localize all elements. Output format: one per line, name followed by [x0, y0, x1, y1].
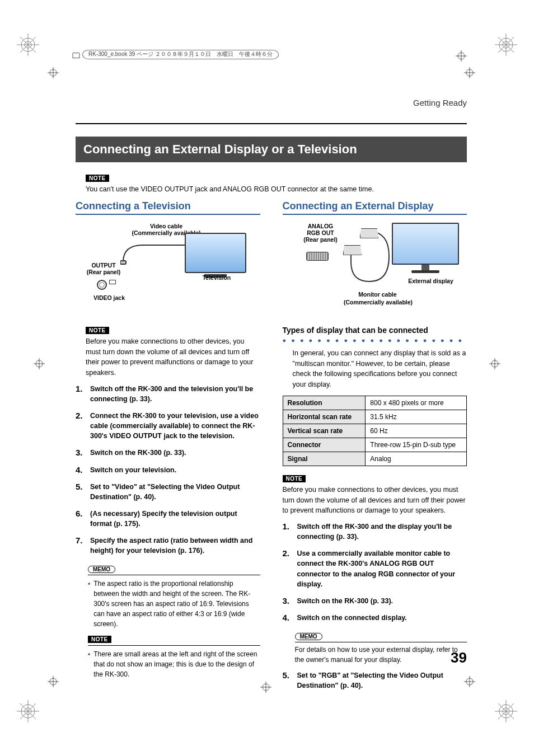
label-rear-panel: (Rear panel) [298, 236, 343, 243]
label-television: Television [194, 274, 239, 281]
step-text: Specify the aspect ratio (ratio between … [90, 536, 260, 556]
spec-label: Vertical scan rate [283, 424, 366, 438]
page-title: Connecting an External Display or a Tele… [76, 137, 467, 162]
dot-rule: ● ● ● ● ● ● ● ● ● ● ● ● ● ● ● ● ● ● ● ● … [283, 337, 467, 344]
step-text: Switch off the RK-300 and the display yo… [297, 522, 467, 542]
print-mark-bl [17, 700, 39, 722]
step-text: Use a commercially available monitor cab… [297, 548, 467, 589]
crosshair-icon [456, 50, 467, 63]
book-meta-text: RK-300_e.book 39 ページ ２００８年９月１０日 水曜日 午後４時… [82, 50, 279, 59]
step-number: 3. [76, 448, 86, 458]
vga-plug-icon [343, 245, 362, 255]
label-video-jack: VIDEO jack [87, 294, 132, 301]
divider [295, 642, 467, 642]
crosshair-icon [489, 358, 500, 371]
heading-types: Types of display that can be connected [283, 326, 467, 335]
label-monitor-cable: Monitor cable [344, 291, 411, 298]
crosshair-icon [48, 67, 59, 80]
diagram-ext: ANALOG RGB OUT (Rear panel) [283, 223, 467, 318]
table-row: SignalAnalog [283, 452, 467, 466]
step-text: Set to "RGB" at "Selecting the Video Out… [297, 670, 467, 691]
label-rear-panel: (Rear panel) [81, 269, 126, 275]
step-text: Switch on the connected display. [297, 613, 407, 623]
step-number: 2. [76, 411, 86, 441]
page-number: 39 [451, 649, 467, 666]
vga-port-icon [306, 252, 329, 261]
spec-value: 31.5 kHz [366, 410, 467, 424]
note-badge: NOTE [283, 475, 306, 482]
heading-tv: Connecting a Television [76, 200, 260, 215]
spec-value: Three-row 15-pin D-sub type [366, 438, 467, 452]
spec-label: Horizontal scan rate [283, 410, 366, 424]
book-meta-header: RK-300_e.book 39 ページ ２００８年９月１０日 水曜日 午後４時… [70, 49, 282, 62]
crosshair-icon [48, 676, 59, 689]
step-text: Switch on your television. [90, 465, 176, 475]
note-text: Before you make connections to other dev… [283, 485, 467, 516]
label-external-display: External display [400, 278, 462, 284]
top-note: You can't use the VIDEO OUTPUT jack and … [86, 184, 467, 195]
step-text: Switch on the RK-300 (p. 33). [90, 448, 186, 458]
divider [88, 575, 260, 575]
memo-badge: MEMO [88, 566, 115, 573]
label-video-cable: Video cable [127, 223, 205, 229]
crosshair-icon [34, 358, 45, 371]
diagram-tv: Video cable (Commercially available) OUT… [76, 223, 260, 318]
step-text: (As necessary) Specify the television ou… [90, 509, 260, 529]
step-number: 5. [283, 670, 293, 691]
rca-jack-icon [97, 280, 107, 290]
step-number: 7. [76, 536, 86, 556]
monitor-icon [392, 223, 459, 265]
step-number: 5. [76, 482, 86, 502]
table-row: ConnectorThree-row 15-pin D-sub type [283, 438, 467, 452]
divider [88, 645, 260, 646]
steps-ext-5: 5.Set to "RGB" at "Selecting the Video O… [283, 670, 467, 691]
memo-badge: MEMO [295, 633, 322, 640]
note-badge: NOTE [86, 175, 109, 182]
vga-plug-icon [360, 228, 379, 238]
step-text: Switch on the RK-300 (p. 33). [297, 596, 394, 606]
running-head: Getting Ready [76, 98, 467, 110]
label-output: OUTPUT [81, 262, 126, 269]
step-number: 6. [76, 509, 86, 529]
types-intro: In general, you can connect any display … [293, 348, 467, 390]
spec-table: Resolution800 x 480 pixels or more Horiz… [283, 396, 467, 466]
step-number: 2. [283, 548, 293, 589]
heading-ext: Connecting an External Display [283, 200, 467, 215]
tv-icon [185, 233, 246, 273]
step-number: 1. [76, 384, 86, 404]
monitor-stand-icon [421, 265, 429, 270]
step-text: Set to "Video" at "Selecting the Video O… [90, 482, 260, 502]
spec-value: 60 Hz [366, 424, 467, 438]
table-row: Resolution800 x 480 pixels or more [283, 396, 467, 410]
label-analog: ANALOG [298, 223, 343, 229]
book-icon [72, 51, 80, 59]
step-text: Connect the RK-300 to your television, u… [90, 411, 260, 441]
monitor-base-icon [411, 270, 439, 273]
step-number: 4. [283, 613, 293, 623]
print-mark-tr [495, 34, 517, 56]
rca-plug-icon [109, 280, 116, 284]
print-mark-tl [17, 34, 39, 56]
print-mark-br [495, 700, 517, 722]
step-number: 3. [283, 596, 293, 606]
steps-tv: 1.Switch off the RK-300 and the televisi… [76, 384, 260, 556]
crosshair-icon [464, 67, 475, 80]
table-row: Horizontal scan rate31.5 kHz [283, 410, 467, 424]
memo-bullet: The aspect ratio is the proportional rel… [93, 579, 260, 629]
label-rgb-out: RGB OUT [298, 229, 343, 236]
table-row: Vertical scan rate60 Hz [283, 424, 467, 438]
spec-value: Analog [366, 452, 467, 466]
note-badge: NOTE [86, 327, 109, 334]
steps-ext: 1.Switch off the RK-300 and the display … [283, 522, 467, 623]
step-number: 1. [283, 522, 293, 542]
step-number: 4. [76, 465, 86, 475]
label-commercial: (Commercially available) [331, 299, 426, 306]
step-text: Switch off the RK-300 and the television… [90, 384, 260, 404]
note-badge: NOTE [88, 636, 111, 643]
spec-label: Resolution [283, 396, 366, 410]
note-text: Before you make connections to other dev… [86, 336, 260, 378]
spec-value: 800 x 480 pixels or more [366, 396, 467, 410]
memo-text: For details on how to use your external … [295, 645, 467, 665]
note-bullet: There are small areas at the left and ri… [93, 649, 260, 679]
spec-label: Signal [283, 452, 366, 466]
